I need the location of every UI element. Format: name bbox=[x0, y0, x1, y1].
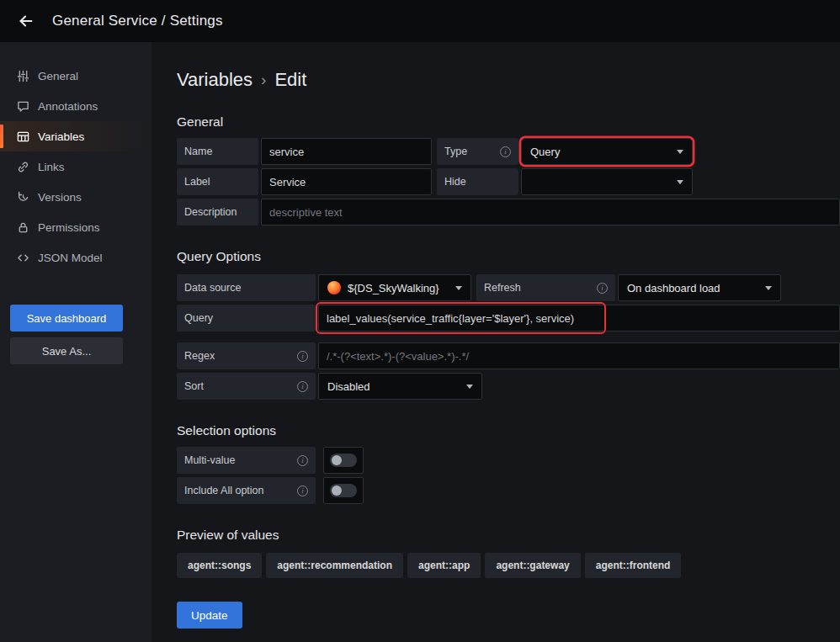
sidebar-actions: Save dashboard Save As... bbox=[0, 305, 152, 364]
multi-value-row: Multi-value i bbox=[177, 447, 840, 474]
query-options-form: Data source ${DS_SkyWalking} Refresh i O… bbox=[177, 274, 840, 400]
hide-field-label: Hide bbox=[437, 168, 518, 195]
regex-input[interactable] bbox=[318, 342, 840, 369]
query-input[interactable] bbox=[318, 305, 840, 332]
label-hide-row: Label Hide bbox=[177, 168, 840, 195]
regex-label-text: Regex bbox=[184, 350, 215, 362]
type-label-text: Type bbox=[444, 146, 467, 157]
query-field-label: Query bbox=[177, 305, 316, 332]
sidebar-item-links[interactable]: Links bbox=[0, 151, 152, 182]
link-icon bbox=[17, 161, 29, 173]
sort-select[interactable]: Disabled bbox=[318, 373, 482, 400]
multi-value-label-text: Multi-value bbox=[184, 454, 235, 466]
sidebar-item-json-model[interactable]: JSON Model bbox=[0, 242, 152, 273]
label-field-label: Label bbox=[177, 168, 258, 195]
preview-value-chip: agent::app bbox=[407, 553, 481, 578]
history-icon bbox=[17, 191, 29, 204]
include-all-field-label: Include All option i bbox=[177, 477, 316, 504]
refresh-label-text: Refresh bbox=[484, 282, 521, 294]
skywalking-datasource-icon bbox=[327, 281, 341, 294]
sidebar-item-versions[interactable]: Versions bbox=[0, 182, 152, 212]
multi-value-toggle[interactable] bbox=[323, 447, 364, 474]
settings-sidebar: General Annotations Variables Links bbox=[0, 42, 152, 642]
info-icon[interactable]: i bbox=[500, 146, 511, 157]
sort-select-value: Disabled bbox=[327, 380, 460, 393]
chevron-down-icon bbox=[466, 385, 473, 389]
update-button[interactable]: Update bbox=[177, 602, 242, 629]
include-all-label-text: Include All option bbox=[184, 485, 264, 496]
general-section-heading: General bbox=[177, 114, 840, 130]
refresh-select-value: On dashboard load bbox=[627, 282, 758, 294]
preview-value-chip: agent::songs bbox=[177, 553, 262, 578]
toggle-track bbox=[330, 454, 357, 467]
general-form: Name Type i Query Label Hide bbox=[177, 138, 840, 225]
preview-value-chip: agent::frontend bbox=[585, 553, 682, 578]
name-field-label: Name bbox=[177, 138, 258, 165]
chevron-down-icon bbox=[765, 286, 772, 290]
sort-row: Sort i Disabled bbox=[177, 373, 840, 400]
info-icon[interactable]: i bbox=[297, 381, 308, 392]
sidebar-item-permissions[interactable]: Permissions bbox=[0, 212, 152, 242]
sliders-icon bbox=[17, 70, 29, 82]
info-icon[interactable]: i bbox=[597, 283, 608, 294]
refresh-select[interactable]: On dashboard load bbox=[618, 274, 781, 301]
name-input[interactable] bbox=[261, 138, 432, 165]
save-as-button[interactable]: Save As... bbox=[10, 337, 123, 364]
preview-value-chip: agent::recommendation bbox=[266, 553, 403, 578]
refresh-field-label: Refresh i bbox=[476, 274, 615, 301]
arrow-left-icon bbox=[17, 12, 35, 30]
data-source-field-label: Data source bbox=[177, 274, 316, 301]
datasource-refresh-row: Data source ${DS_SkyWalking} Refresh i O… bbox=[177, 274, 840, 301]
table-icon bbox=[17, 130, 29, 143]
code-icon bbox=[17, 252, 29, 264]
sidebar-item-label: General bbox=[38, 70, 78, 82]
sidebar-item-label: JSON Model bbox=[38, 252, 103, 264]
description-row: Description bbox=[177, 199, 840, 225]
info-icon[interactable]: i bbox=[297, 485, 308, 496]
sidebar-item-label: Versions bbox=[38, 191, 82, 204]
save-dashboard-button[interactable]: Save dashboard bbox=[10, 305, 123, 332]
info-icon[interactable]: i bbox=[297, 455, 308, 466]
preview-value-chip: agent::gateway bbox=[485, 553, 580, 578]
description-field-label: Description bbox=[177, 199, 258, 225]
type-select[interactable]: Query bbox=[521, 138, 693, 165]
include-all-toggle[interactable] bbox=[323, 477, 364, 504]
top-navbar: General Service / Settings bbox=[0, 0, 840, 42]
info-icon[interactable]: i bbox=[297, 351, 308, 362]
sidebar-item-general[interactable]: General bbox=[0, 61, 152, 91]
settings-layout: General Annotations Variables Links bbox=[0, 42, 840, 642]
preview-heading: Preview of values bbox=[177, 528, 840, 543]
back-button[interactable] bbox=[12, 7, 40, 35]
sidebar-item-label: Variables bbox=[38, 130, 84, 143]
query-cell bbox=[318, 305, 840, 332]
include-all-row: Include All option i bbox=[177, 477, 840, 504]
regex-field-label: Regex i bbox=[177, 342, 316, 369]
selection-options-heading: Selection options bbox=[177, 423, 840, 438]
chevron-down-icon bbox=[455, 286, 462, 290]
variables-edit-content: Variables › Edit General Name Type i Que… bbox=[152, 42, 840, 642]
sidebar-item-label: Links bbox=[38, 161, 65, 173]
sidebar-item-label: Annotations bbox=[38, 100, 98, 113]
type-select-value: Query bbox=[530, 146, 670, 158]
settings-nav: General Annotations Variables Links bbox=[0, 61, 152, 273]
breadcrumb-edit: Edit bbox=[274, 69, 306, 91]
sidebar-item-variables[interactable]: Variables bbox=[0, 121, 152, 151]
breadcrumb-variables[interactable]: Variables bbox=[177, 69, 253, 91]
sidebar-item-annotations[interactable]: Annotations bbox=[0, 91, 152, 121]
label-input[interactable] bbox=[261, 168, 432, 195]
breadcrumb-separator: › bbox=[261, 71, 266, 89]
data-source-select[interactable]: ${DS_SkyWalking} bbox=[318, 274, 471, 301]
query-row: Query bbox=[177, 305, 840, 332]
query-options-heading: Query Options bbox=[177, 249, 840, 264]
selection-options-form: Multi-value i Include All option i bbox=[177, 447, 840, 504]
toggle-knob bbox=[332, 455, 342, 465]
preview-values: agent::songs agent::recommendation agent… bbox=[177, 553, 840, 578]
name-type-row: Name Type i Query bbox=[177, 138, 840, 165]
hide-select[interactable] bbox=[521, 168, 693, 195]
breadcrumb: Variables › Edit bbox=[177, 69, 840, 91]
page-title: General Service / Settings bbox=[52, 13, 223, 29]
description-input[interactable] bbox=[261, 199, 840, 225]
chevron-down-icon bbox=[677, 180, 683, 184]
toggle-track bbox=[330, 484, 357, 497]
comment-icon bbox=[17, 100, 29, 113]
